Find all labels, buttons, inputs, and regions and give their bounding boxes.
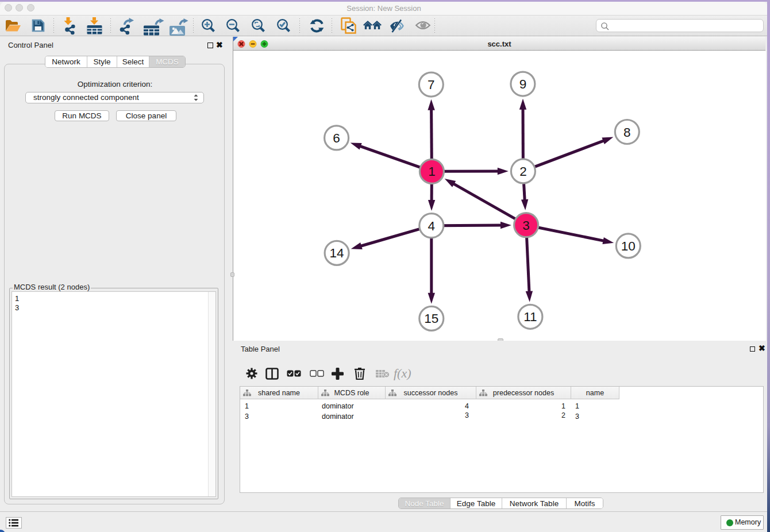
svg-text:2: 2 [519, 164, 527, 179]
svg-text:3: 3 [522, 218, 530, 233]
svg-text:8: 8 [623, 125, 631, 140]
svg-text:11: 11 [523, 310, 537, 324]
svg-text:7: 7 [428, 78, 435, 92]
svg-text:4: 4 [428, 219, 436, 233]
svg-text:10: 10 [621, 239, 636, 253]
svg-text:14: 14 [330, 246, 344, 260]
svg-text:15: 15 [424, 311, 438, 326]
svg-text:9: 9 [519, 77, 527, 91]
svg-text:1: 1 [428, 164, 436, 179]
svg-text:6: 6 [333, 131, 340, 145]
